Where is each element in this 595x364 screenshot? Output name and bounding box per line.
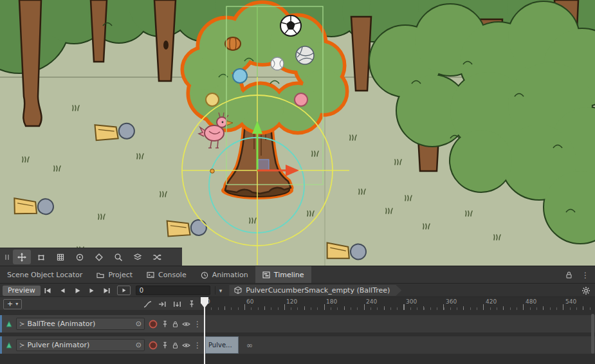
toolbar-grip-icon[interactable] — [2, 250, 12, 264]
pumpkin[interactable] — [225, 37, 241, 50]
folder-icon — [96, 271, 104, 278]
preview-toggle-button[interactable]: Preview — [3, 286, 41, 296]
play-button[interactable] — [70, 285, 85, 296]
tab-animation[interactable]: Animation — [194, 266, 255, 284]
tab-label: Project — [108, 271, 133, 279]
previous-frame-button[interactable] — [55, 285, 70, 296]
shuffle-tool-button[interactable] — [148, 250, 166, 264]
playhead-line — [204, 307, 205, 364]
track-name: Pulver (Animator) — [27, 341, 133, 349]
console-icon — [147, 271, 154, 278]
tab-project[interactable]: Project — [89, 266, 140, 284]
marker-range-icon[interactable] — [173, 300, 181, 308]
current-frame-field[interactable]: 0 — [136, 286, 210, 295]
frame-value: 0 — [140, 287, 143, 294]
move-tool-button[interactable] — [13, 250, 31, 264]
tab-label: Scene Object Locator — [7, 271, 82, 279]
scene-view[interactable] — [0, 0, 595, 266]
ruler-label: 540 — [565, 298, 576, 305]
layers-tool-button[interactable] — [129, 250, 147, 264]
tab-label: Animation — [212, 271, 248, 279]
record-button[interactable] — [148, 340, 158, 350]
lock-icon[interactable] — [565, 271, 573, 279]
yellow-ball[interactable] — [206, 93, 219, 106]
add-track-button[interactable]: + ▾ — [3, 299, 22, 309]
track-lane-pulver[interactable] — [205, 336, 595, 354]
track-kebab-icon[interactable]: ⋮ — [194, 320, 201, 328]
kebab-menu-icon[interactable]: ⋮ — [581, 271, 589, 279]
tab-console[interactable]: Console — [140, 266, 194, 284]
timeline-tracks-area: Pulve... ∞ ≻ BallTree (Animator) ⊙ ⋮ — [0, 310, 595, 364]
window-tab-bar: Scene Object Locator Project Console Ani… — [0, 266, 595, 284]
clock-icon — [201, 271, 208, 279]
track-binding-field[interactable]: ≻ Pulver (Animator) ⊙ — [16, 339, 145, 351]
ruler-label: 360 — [446, 298, 457, 305]
blue-ball[interactable] — [233, 69, 247, 83]
play-range-toggle-button[interactable] — [117, 286, 131, 295]
record-button[interactable] — [148, 319, 158, 329]
ruler-major-ticks — [205, 304, 595, 310]
object-picker-icon[interactable]: ⊙ — [136, 320, 142, 327]
tracks-scrollbar[interactable] — [591, 314, 594, 354]
object-picker-icon[interactable]: ⊙ — [136, 341, 142, 349]
ruler-label: 420 — [486, 298, 497, 305]
rotate-tool-button[interactable] — [71, 250, 89, 264]
pivot-tool-button[interactable] — [90, 250, 108, 264]
divider — [215, 286, 215, 295]
track-header-balltree[interactable]: ≻ BallTree (Animator) ⊙ ⋮ — [0, 315, 205, 332]
clip-edit-mode-icon[interactable] — [158, 300, 167, 308]
next-frame-button[interactable] — [85, 285, 100, 296]
track-header-pulver[interactable]: ≻ Pulver (Animator) ⊙ ⋮ — [0, 336, 205, 354]
clip-label: Pulve... — [208, 341, 232, 349]
preview-label: Preview — [8, 286, 35, 295]
binding-prefix-icon: ≻ — [19, 321, 24, 327]
pin-marker-icon[interactable] — [188, 300, 196, 308]
ruler-label: 120 — [286, 298, 297, 305]
eye-icon[interactable] — [182, 342, 190, 349]
go-to-end-button[interactable] — [100, 285, 114, 296]
pin-icon[interactable] — [161, 320, 169, 328]
timeline-breadcrumb[interactable]: PulverCucumberSmack_empty (BallTree) — [229, 285, 401, 296]
cube-icon — [234, 286, 242, 295]
editor-window: Scene Object Locator Project Console Ani… — [0, 0, 595, 364]
tab-timeline[interactable]: Timeline — [255, 266, 311, 284]
ruler-label: 240 — [366, 298, 377, 305]
go-to-start-button[interactable] — [41, 285, 55, 296]
search-tool-button[interactable] — [109, 250, 127, 264]
tab-label: Console — [158, 271, 187, 279]
lock-icon[interactable] — [172, 341, 179, 349]
tab-scene-object-locator[interactable]: Scene Object Locator — [0, 266, 89, 284]
infinite-clip-icon: ∞ — [246, 336, 253, 354]
curves-view-icon[interactable] — [143, 300, 152, 308]
animator-track-icon — [5, 320, 13, 327]
scene-tool-strip — [0, 248, 182, 266]
baseball[interactable] — [271, 57, 284, 70]
volleyball[interactable] — [296, 46, 314, 64]
track-binding-field[interactable]: ≻ BallTree (Animator) ⊙ — [16, 318, 145, 330]
grid-tool-button[interactable] — [51, 250, 69, 264]
rect-tool-button[interactable] — [32, 250, 50, 264]
frame-options-caret-icon[interactable]: ▾ — [219, 287, 223, 294]
ruler-label: 300 — [406, 298, 417, 305]
track-name: BallTree (Animator) — [27, 320, 133, 328]
caret-down-icon: ▾ — [15, 302, 18, 307]
soccer-ball[interactable] — [280, 15, 301, 36]
lock-icon[interactable] — [172, 320, 179, 328]
animator-track-icon — [5, 341, 13, 349]
tab-label: Timeline — [274, 271, 304, 279]
gear-settings-icon[interactable] — [581, 286, 590, 295]
animation-clip[interactable]: Pulve... — [205, 336, 239, 354]
timeline-icon — [262, 271, 270, 278]
ruler-label: 480 — [526, 298, 536, 305]
ruler-label: 60 — [246, 298, 253, 305]
pink-ball[interactable] — [295, 93, 307, 106]
pin-icon[interactable] — [161, 341, 169, 349]
breadcrumb-label: PulverCucumberSmack_empty (BallTree) — [246, 286, 390, 295]
track-kebab-icon[interactable]: ⋮ — [194, 341, 201, 349]
eye-icon[interactable] — [182, 321, 190, 327]
track-lane-balltree[interactable] — [205, 315, 595, 332]
timeline-toolbar-row: + ▾ 0 60 120 180 240 300 — [0, 296, 595, 310]
timeline-ruler[interactable]: 0 60 120 180 240 300 360 420 480 540 — [205, 297, 595, 310]
scene-viewport[interactable] — [0, 0, 595, 266]
binding-prefix-icon: ≻ — [19, 342, 24, 349]
